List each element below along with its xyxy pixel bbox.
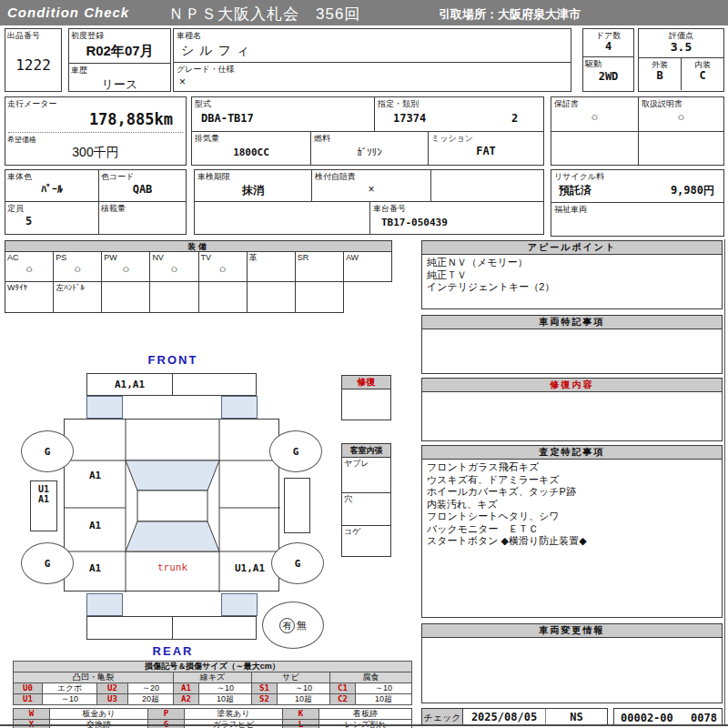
welfare-label: 福祉車両 xyxy=(551,203,723,216)
assessment-line: スタートボタン ◆横滑り防止装置◆ xyxy=(427,535,717,548)
tire-rear-right: G xyxy=(271,542,324,584)
tire-front-right: G xyxy=(269,430,322,472)
check-bar: チェック 2025/08/05 NS xyxy=(421,708,608,726)
left-sill-mark-1: U1 xyxy=(31,484,56,494)
rear-glass xyxy=(126,521,219,551)
eq-mark: ○ xyxy=(5,262,53,276)
assessment-line: フロントガラス飛石キズ xyxy=(427,461,717,474)
exterior-label: 外装 xyxy=(639,58,681,69)
equipment-row-marks: AC○ PS○ PW○ NV○ TV○ 革 SR AW xyxy=(5,252,392,282)
equipment-cell xyxy=(295,282,343,312)
legend-code: S1 xyxy=(252,683,278,694)
legend-val: エクボ xyxy=(43,683,97,694)
assessment-line: バックモニター ＥＴＣ xyxy=(427,523,717,536)
roof xyxy=(137,490,207,521)
equipment-table: 装備 AC○ PS○ PW○ NV○ TV○ 革 SR AW Wﾀｲﾔ 左ﾊﾝﾄ… xyxy=(5,240,392,313)
left-sill-mark-2: A1 xyxy=(31,494,56,504)
legend-val: 塗装あり xyxy=(185,709,283,720)
equipment-row-extra: Wﾀｲﾔ 左ﾊﾝﾄﾞﾙ xyxy=(5,282,344,313)
auction-condition-sheet: Condition Check ＮＰＳ大阪入札会 356回 引取場所：大阪府泉大… xyxy=(0,0,728,728)
trim-row-tear: ヤブレ xyxy=(342,458,390,469)
designation-value-2: 2 xyxy=(511,112,518,125)
equipment-cell: 左ﾊﾝﾄﾞﾙ xyxy=(53,282,101,312)
left-quarter-mark: A1 xyxy=(65,562,126,574)
lot-value: 1222 xyxy=(5,56,61,74)
drive-value: 2WD xyxy=(583,70,633,83)
equipment-cell: PS○ xyxy=(53,252,101,281)
insurance-value: × xyxy=(312,183,430,196)
recycle-label: リサイクル料 xyxy=(551,170,723,183)
designation-label: 指定・類別 xyxy=(375,97,543,110)
eq-mark: ○ xyxy=(199,262,247,276)
field-doors-drive: ドア数 4 駆動 2WD xyxy=(582,28,634,92)
right-frame-line xyxy=(724,239,725,725)
taillight-left xyxy=(86,593,123,616)
payload-label: 積載量 xyxy=(99,202,186,215)
body-color-value: ﾊﾟｰﾙ xyxy=(5,183,98,196)
legend-val: ～10 xyxy=(199,683,252,694)
equipment-cell: AW xyxy=(343,252,391,281)
color-code-value: QAB xyxy=(99,183,186,196)
appeal-line: インテリジェントキー（2） xyxy=(427,281,717,294)
interior-value: C xyxy=(682,69,723,82)
legend-code: U1 xyxy=(14,694,43,705)
section-vehicle-notes: 車両特記事項 xyxy=(421,315,723,374)
section-assessment-notes: 査定特記事項 フロントガラス飛石キズ ウスキズ有、ドアミラーキズ ホイールカバー… xyxy=(421,445,723,618)
legend-size-table: 損傷記号＆損傷サイズ（～最大cm） 凸凹・亀裂 線キズ サビ 腐食 U0 エクボ… xyxy=(13,661,412,705)
legend-val: 10超 xyxy=(199,694,252,705)
field-model-grade: 車種名 シルフィ グレード・仕様 × xyxy=(173,28,571,92)
manual-value: ○ xyxy=(639,110,723,124)
legend-code: K xyxy=(283,709,319,720)
price-label: 希望価格 xyxy=(5,133,186,145)
field-lot-number: 出品番号 1222 xyxy=(5,28,62,92)
legend-code: A2 xyxy=(174,694,199,705)
inspection-value: 抹消 xyxy=(195,183,311,198)
brand-logo: Condition Check xyxy=(7,5,129,20)
headlight-left xyxy=(86,396,123,419)
vehicle-notes-title: 車両特記事項 xyxy=(422,316,722,329)
displacement-label: 排気量 xyxy=(192,132,310,145)
legend-code: C1 xyxy=(330,683,356,694)
legend-code: A1 xyxy=(174,683,199,694)
tire-mark: G xyxy=(295,558,301,570)
trunk-label: trunk xyxy=(126,561,219,573)
insurance-label: 検付自賠責 xyxy=(312,170,430,183)
model-name-label: 車種名 xyxy=(174,29,571,42)
change-info-title: 車両変更情報 xyxy=(422,624,722,638)
doors-label: ドア数 xyxy=(583,29,633,40)
repair-mini-box: 修復 xyxy=(341,375,391,420)
eq-code: AW xyxy=(344,252,391,263)
trim-row-hole: 穴 xyxy=(342,493,390,504)
mission-value: FAT xyxy=(429,145,543,157)
legend-code: S2 xyxy=(252,694,278,705)
first-reg-label: 初度登録 xyxy=(69,29,170,42)
rear-bumper xyxy=(86,616,257,640)
legend-group-dent: 凸凹・亀裂 xyxy=(14,672,174,683)
warranty-label: 保証書 xyxy=(551,97,638,110)
left-rear-door-mark: A1 xyxy=(65,520,126,531)
chassis-value: TB17-050439 xyxy=(370,215,543,230)
section-change-info: 車両変更情報 xyxy=(421,623,723,703)
rear-label: REAR xyxy=(118,644,228,658)
front-label: FRONT xyxy=(118,353,228,367)
damage-legend: 損傷記号＆損傷サイズ（～最大cm） 凸凹・亀裂 線キズ サビ 腐食 U0 エクボ… xyxy=(13,661,411,728)
tire-mark: G xyxy=(45,446,51,458)
equipment-cell: PW○ xyxy=(101,252,149,281)
car-body: A1 A1 A1 trunk U1,A1 xyxy=(64,419,279,592)
odometer-label: 走行メーター xyxy=(5,97,186,110)
check-label: チェック xyxy=(422,709,463,725)
spare-no-mark: 無 xyxy=(297,619,307,632)
assessment-line: フロントシートヘタリ、シワ xyxy=(427,511,717,523)
body-color-label: 車体色 xyxy=(5,170,98,183)
legend-val: ～10 xyxy=(43,694,97,705)
equipment-cell xyxy=(101,282,149,312)
left-front-door-mark: A1 xyxy=(65,470,126,481)
legend-val: 20超 xyxy=(128,694,174,705)
designation-value-1: 17374 xyxy=(393,112,426,125)
odometer-value: 178,885km xyxy=(5,110,186,128)
legend-code: W xyxy=(14,709,50,720)
field-score: 評価点 3.5 外装 B 内装 C xyxy=(638,28,724,92)
manual-label: 取扱説明書 xyxy=(639,97,723,110)
equipment-title: 装備 xyxy=(5,240,392,252)
displacement-value: 1800CC xyxy=(192,145,310,158)
